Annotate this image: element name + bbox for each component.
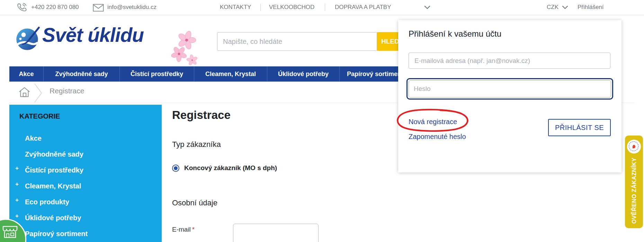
forgot-password-link[interactable]: Zapomenuté heslo: [409, 133, 466, 141]
phone-icon: [17, 2, 27, 13]
email-label-text: E-mail: [172, 226, 191, 233]
login-dropdown-panel: Přihlášení k vašemu účtu Nová registrace…: [398, 20, 621, 173]
sidebar-item-akce[interactable]: Akce: [9, 130, 162, 146]
topbar-divider: [325, 4, 325, 11]
sidebar-item-label: Eco produkty: [25, 198, 69, 206]
badge-text: OVĚŘENO ZÁKAZNÍKY: [625, 158, 643, 224]
verified-customers-badge[interactable]: OVĚŘENO ZÁKAZNÍKY: [625, 136, 643, 228]
expand-plus-icon[interactable]: +: [15, 213, 19, 220]
topbar-link-velkoobchod[interactable]: VELKOOBCHOD: [269, 4, 314, 11]
sidebar-title: KATEGORIE: [19, 112, 60, 120]
sidebar-item-cleamen[interactable]: + Cleamen, Krystal: [9, 178, 162, 194]
blossom-decoration: [169, 30, 200, 66]
chevron-down-icon[interactable]: [562, 6, 568, 9]
new-registration-link[interactable]: Nová registrace: [409, 118, 457, 126]
login-email-input[interactable]: [409, 53, 610, 69]
sidebar-item-uklidove[interactable]: + Úklidové potřeby: [9, 210, 162, 226]
email-field-label: E-mail*: [172, 226, 195, 233]
login-panel-title: Přihlášení k vašemu účtu: [409, 29, 501, 39]
category-sidebar: KATEGORIE Akce Zvýhodněné sady + Čistící…: [9, 105, 162, 242]
customer-type-option: Koncový zákazník (MO s dph): [172, 164, 277, 172]
sidebar-item-label: Čistící prostředky: [25, 166, 83, 174]
sidebar-item-papirovy[interactable]: + Papírový sortiment: [9, 226, 162, 242]
page-title: Registrace: [172, 109, 231, 122]
topbar: +420 220 870 080 info@svetuklidu.cz KONT…: [0, 0, 644, 15]
search-input[interactable]: [217, 32, 377, 51]
logo-globe-icon[interactable]: [15, 25, 42, 52]
topbar-link-kontakty[interactable]: KONTAKTY: [220, 4, 251, 11]
breadcrumb-current: Registrace: [50, 87, 84, 95]
radio-selected[interactable]: [172, 165, 179, 172]
chevron-down-icon[interactable]: [424, 6, 430, 9]
expand-plus-icon[interactable]: +: [15, 165, 19, 172]
sidebar-item-cistici[interactable]: + Čistící prostředky: [9, 162, 162, 178]
nav-item-cistici[interactable]: Čistící prostředky: [120, 66, 194, 82]
nav-item-uklidove[interactable]: Úklidové potřeby: [267, 66, 340, 82]
personal-data-heading: Osobní údaje: [172, 198, 217, 207]
expand-plus-icon[interactable]: +: [15, 181, 19, 188]
nav-item-cleamen[interactable]: Cleamen, Krystal: [194, 66, 267, 82]
login-password-input[interactable]: [409, 80, 611, 97]
sidebar-item-label: Úklidové potřeby: [25, 214, 81, 222]
login-menu-item[interactable]: Přihlášení: [578, 4, 604, 11]
sidebar-item-label: Akce: [25, 134, 42, 142]
envelope-icon: [93, 4, 104, 12]
required-asterisk: *: [192, 226, 195, 233]
storefront-icon: [2, 224, 18, 240]
radio-label: Koncový zákazník (MO s dph): [184, 164, 277, 172]
home-icon[interactable]: [18, 86, 31, 99]
currency-selector[interactable]: CZK: [547, 4, 558, 11]
sidebar-item-eco[interactable]: + Eco produkty: [9, 194, 162, 210]
sidebar-item-sady[interactable]: Zvýhodněné sady: [9, 146, 162, 162]
breadcrumb-chevron-icon: [34, 83, 43, 103]
registration-email-input[interactable]: [233, 224, 319, 242]
nav-item-akce[interactable]: Akce: [9, 66, 44, 82]
topbar-link-doprava[interactable]: DOPRAVA A PLATBY: [335, 4, 391, 11]
customer-type-label: Typ zákazníka: [172, 140, 221, 149]
expand-plus-icon[interactable]: +: [15, 197, 19, 204]
topbar-divider: [260, 4, 261, 11]
password-focus-ring: [406, 78, 613, 100]
logo-text[interactable]: Svět úklidu: [42, 24, 144, 46]
trust-seal-icon: [627, 140, 641, 153]
sidebar-item-label: Cleamen, Krystal: [25, 182, 81, 190]
login-submit-button[interactable]: PŘIHLÁSIT SE: [548, 119, 611, 136]
sidebar-item-label: Zvýhodněné sady: [25, 150, 83, 158]
topbar-phone[interactable]: +420 220 870 080: [31, 4, 79, 11]
nav-item-sady[interactable]: Zvýhodněné sady: [44, 66, 120, 82]
topbar-email[interactable]: info@svetuklidu.cz: [107, 4, 156, 11]
sidebar-item-label: Papírový sortiment: [25, 230, 88, 238]
